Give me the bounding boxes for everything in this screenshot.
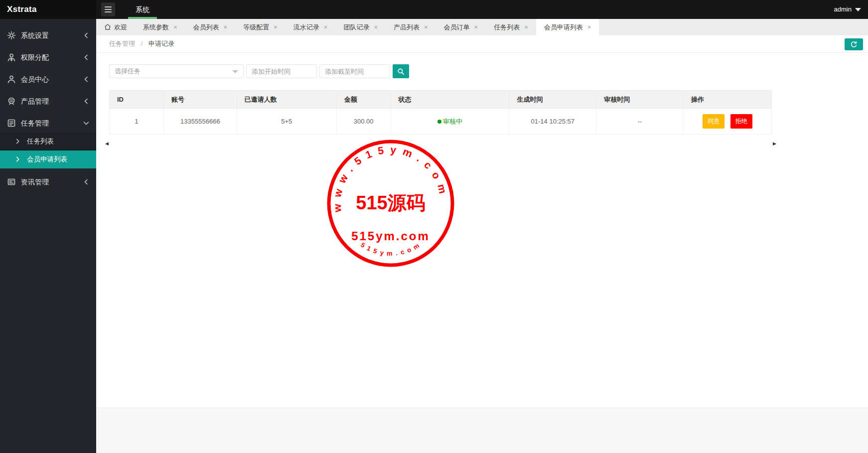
chevron-left-icon xyxy=(83,179,89,185)
col-header-id: ID xyxy=(110,91,164,109)
refresh-icon xyxy=(850,41,858,48)
sidebar-item-product-management[interactable]: 产品管理 xyxy=(0,93,96,110)
cell-account: 13355556666 xyxy=(163,109,237,135)
close-icon[interactable]: × xyxy=(587,24,591,30)
status-badge: 审核中 xyxy=(443,118,462,125)
chevron-left-icon xyxy=(83,98,89,104)
scroll-left-icon[interactable]: ◀ xyxy=(105,141,109,146)
col-header-actions: 操作 xyxy=(684,91,772,109)
user-icon xyxy=(7,75,16,84)
task-management-submenu: 任务列表 会员申请列表 xyxy=(0,133,96,168)
app-logo: Xstrata xyxy=(0,0,96,19)
breadcrumb: 任务管理 / 申请记录 xyxy=(109,35,174,52)
start-time-input[interactable] xyxy=(246,64,317,78)
sidebar-item-task-list[interactable]: 任务列表 xyxy=(0,133,96,151)
tab-task-list[interactable]: 任务列表× xyxy=(486,19,536,35)
chevron-right-icon xyxy=(15,139,20,144)
tab-team-records[interactable]: 团队记录× xyxy=(335,19,386,35)
gear-icon xyxy=(7,31,16,40)
close-icon[interactable]: × xyxy=(224,24,228,30)
active-nav-underline xyxy=(128,17,157,19)
cell-id: 1 xyxy=(110,109,164,135)
close-icon[interactable]: × xyxy=(173,24,177,30)
user-badge-icon xyxy=(7,53,16,62)
task-select[interactable]: 选择任务 xyxy=(109,64,244,78)
username: admin xyxy=(834,5,852,13)
cell-created-time: 01-14 10:25:57 xyxy=(509,109,596,135)
sidebar: 系统设置 权限分配 会员中心 产品管理 任务管理 任务列表 xyxy=(0,19,96,453)
product-icon xyxy=(7,97,16,106)
col-header-review-time: 审核时间 xyxy=(596,91,684,109)
page-content: 选择任务 ID 账号 已邀请人数 金额 xyxy=(96,53,868,408)
col-header-created-time: 生成时间 xyxy=(509,91,596,109)
col-header-status: 状态 xyxy=(391,91,509,109)
news-icon xyxy=(7,177,16,186)
close-icon[interactable]: × xyxy=(274,24,278,30)
chevron-down-icon xyxy=(855,8,861,11)
approve-button[interactable]: 同意 xyxy=(703,114,724,129)
breadcrumb-parent[interactable]: 任务管理 xyxy=(109,40,135,47)
applications-table: ID 账号 已邀请人数 金额 状态 生成时间 审核时间 操作 1 1335555… xyxy=(109,90,772,135)
col-header-amount: 金额 xyxy=(336,91,391,109)
close-icon[interactable]: × xyxy=(374,24,378,30)
breadcrumb-current: 申请记录 xyxy=(148,40,174,47)
user-menu[interactable]: admin xyxy=(834,0,861,19)
sidebar-item-news-management[interactable]: 资讯管理 xyxy=(0,173,96,190)
search-button[interactable] xyxy=(393,64,409,78)
reject-button[interactable]: 拒绝 xyxy=(730,114,752,129)
sidebar-item-task-management[interactable]: 任务管理 xyxy=(0,115,96,132)
cell-invited: 5+5 xyxy=(237,109,336,135)
tab-system-params[interactable]: 系统参数× xyxy=(135,19,185,35)
table-row: 1 13355556666 5+5 300.00 审核中 01-14 10:25… xyxy=(110,109,772,135)
filter-row: 选择任务 xyxy=(109,64,409,78)
col-header-invited: 已邀请人数 xyxy=(237,91,336,109)
cell-review-time: -- xyxy=(596,109,684,135)
scroll-right-icon[interactable]: ▶ xyxy=(773,141,776,146)
tab-member-orders[interactable]: 会员订单× xyxy=(436,19,486,35)
cell-actions: 同意 拒绝 xyxy=(684,109,772,135)
tab-member-list[interactable]: 会员列表× xyxy=(185,19,236,35)
main-area: 欢迎 系统参数× 会员列表× 等级配置× 流水记录× 团队记录× 产品列表× 会… xyxy=(96,19,868,453)
cell-status: 审核中 xyxy=(391,109,509,135)
chevron-down-icon xyxy=(232,70,238,73)
search-icon xyxy=(397,68,405,75)
tab-level-config[interactable]: 等级配置× xyxy=(235,19,286,35)
page-footer-area xyxy=(96,408,868,453)
chevron-left-icon xyxy=(83,32,89,38)
tab-welcome[interactable]: 欢迎 xyxy=(96,19,135,35)
chevron-left-icon xyxy=(83,54,89,60)
tab-member-application-list[interactable]: 会员申请列表× xyxy=(536,19,599,35)
top-bar: Xstrata 系统 admin xyxy=(0,0,868,19)
tab-flow-records[interactable]: 流水记录× xyxy=(286,19,336,35)
tasks-icon xyxy=(7,119,16,128)
sidebar-item-member-application-list[interactable]: 会员申请列表 xyxy=(0,151,96,168)
chevron-down-icon xyxy=(83,120,89,126)
chevron-right-icon xyxy=(15,156,20,162)
close-icon[interactable]: × xyxy=(524,24,528,30)
topnav-item-system[interactable]: 系统 xyxy=(124,0,161,19)
refresh-button[interactable] xyxy=(845,38,863,50)
home-icon xyxy=(104,23,111,30)
sidebar-item-member-center[interactable]: 会员中心 xyxy=(0,71,96,88)
tab-bar: 欢迎 系统参数× 会员列表× 等级配置× 流水记录× 团队记录× 产品列表× 会… xyxy=(96,19,868,35)
sidebar-item-system-settings[interactable]: 系统设置 xyxy=(0,27,96,44)
cell-amount: 300.00 xyxy=(336,109,391,135)
status-dot-icon xyxy=(437,120,441,124)
close-icon[interactable]: × xyxy=(474,24,478,30)
hamburger-menu-icon[interactable] xyxy=(101,2,115,16)
end-time-input[interactable] xyxy=(319,64,390,78)
table-header-row: ID 账号 已邀请人数 金额 状态 生成时间 审核时间 操作 xyxy=(110,91,772,109)
col-header-account: 账号 xyxy=(163,91,237,109)
chevron-left-icon xyxy=(83,76,89,82)
breadcrumb-bar: 任务管理 / 申请记录 xyxy=(96,35,868,53)
close-icon[interactable]: × xyxy=(424,24,428,30)
tab-product-list[interactable]: 产品列表× xyxy=(386,19,436,35)
close-icon[interactable]: × xyxy=(324,24,328,30)
sidebar-item-permissions[interactable]: 权限分配 xyxy=(0,49,96,66)
